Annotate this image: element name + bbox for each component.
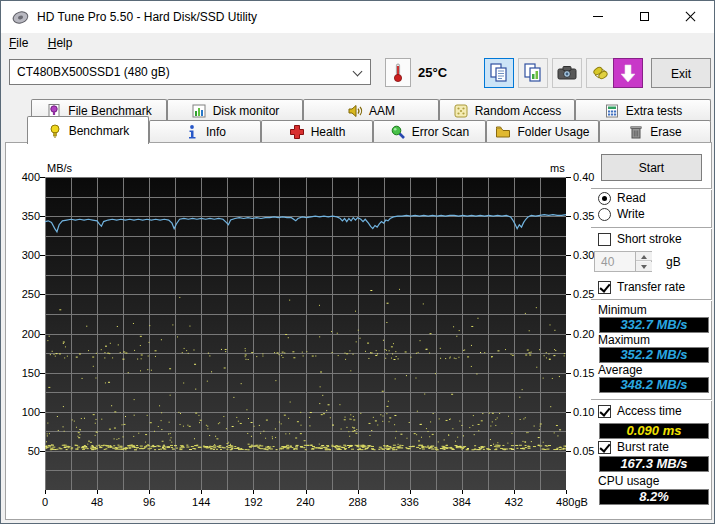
- y-left-tick-label: 200: [14, 328, 40, 340]
- tab-folder-usage[interactable]: Folder Usage: [486, 120, 599, 143]
- close-icon: [685, 11, 696, 22]
- write-radio[interactable]: Write: [598, 207, 645, 221]
- exit-button[interactable]: Exit: [651, 58, 711, 88]
- short-stroke-size-value: 40: [601, 255, 614, 269]
- tick: [566, 294, 571, 295]
- spinner-buttons: [635, 252, 651, 271]
- separator: [591, 188, 712, 190]
- spin-up-button[interactable]: [636, 252, 652, 261]
- tab-aam[interactable]: AAM: [303, 99, 439, 121]
- tick: [566, 177, 571, 178]
- tick: [149, 490, 150, 494]
- burst-rate-checkbox[interactable]: Burst rate: [598, 440, 669, 454]
- y-left-tick-label: 50: [14, 445, 40, 457]
- erase-icon: [628, 124, 644, 140]
- copy-icon: [488, 62, 510, 84]
- tab-benchmark[interactable]: Benchmark: [27, 116, 149, 144]
- copy-button[interactable]: [484, 58, 514, 88]
- spin-down-button[interactable]: [636, 262, 652, 271]
- checkbox-icon: [598, 281, 611, 294]
- temperature-button[interactable]: [385, 58, 411, 87]
- radio-icon: [598, 208, 611, 221]
- disk-monitor-icon: [191, 103, 207, 119]
- x-tick-label: 336: [390, 496, 430, 508]
- x-tick-label: 480gB: [546, 496, 598, 508]
- read-radio[interactable]: Read: [598, 191, 646, 205]
- tab-error-scan[interactable]: Error Scan: [373, 120, 486, 143]
- tick: [566, 451, 571, 452]
- x-tick-label: 0: [25, 496, 65, 508]
- minimize-button[interactable]: [575, 1, 621, 31]
- drive-select[interactable]: CT480BX500SSD1 (480 gB): [9, 59, 371, 85]
- x-tick-label: 432: [494, 496, 534, 508]
- aam-icon: [347, 103, 363, 119]
- burst-rate-value: 167.3 MB/s: [599, 456, 709, 472]
- toolbar: CT480BX500SSD1 (480 gB) 25°C: [1, 53, 714, 97]
- tab-info[interactable]: Info: [149, 120, 261, 143]
- y-left-tick-label: 150: [14, 367, 40, 379]
- download-button[interactable]: [613, 58, 643, 88]
- tab-label: AAM: [369, 104, 395, 118]
- average-value: 348.2 MB/s: [599, 377, 709, 393]
- tab-health[interactable]: Health: [261, 120, 373, 143]
- close-button[interactable]: [667, 1, 713, 31]
- tab-disk-monitor[interactable]: Disk monitor: [167, 99, 303, 121]
- cpu-usage-label: CPU usage: [598, 474, 659, 488]
- tick: [40, 177, 45, 178]
- tick: [40, 216, 45, 217]
- tab-label: Random Access: [475, 104, 562, 118]
- tick: [40, 255, 45, 256]
- info-icon: [184, 124, 200, 140]
- transfer-rate-checkbox[interactable]: Transfer rate: [598, 280, 685, 294]
- y-right-tick-label: 0.40: [573, 171, 594, 183]
- x-tick-label: 96: [129, 496, 169, 508]
- start-button[interactable]: Start: [601, 154, 702, 181]
- checkbox-icon: [598, 405, 611, 418]
- access-time-label: Access time: [617, 404, 682, 418]
- maximum-label: Maximum: [598, 333, 650, 347]
- maximize-button[interactable]: [621, 1, 667, 31]
- tick: [40, 412, 45, 413]
- cpu-usage-value: 8.2%: [599, 489, 709, 505]
- access-time-checkbox[interactable]: Access time: [598, 404, 682, 418]
- minimum-value: 332.7 MB/s: [599, 317, 709, 333]
- y-right-tick-label: 0.05: [573, 445, 594, 457]
- y-left-tick-label: 400: [14, 171, 40, 183]
- tab-extra-tests[interactable]: Extra tests: [575, 99, 711, 121]
- tick: [462, 490, 463, 494]
- screenshot-button[interactable]: [552, 58, 582, 88]
- window-title: HD Tune Pro 5.50 - Hard Disk/SSD Utility: [37, 10, 257, 24]
- copy-image-button[interactable]: [518, 58, 548, 88]
- camera-icon: [556, 62, 578, 84]
- y-left-tick-label: 250: [14, 288, 40, 300]
- left-axis-title: MB/s: [47, 162, 72, 174]
- tab-label: Erase: [650, 125, 681, 139]
- x-tick-label: 144: [181, 496, 221, 508]
- tick: [566, 412, 571, 413]
- access-time-value: 0.090 ms: [599, 423, 709, 439]
- tick: [40, 451, 45, 452]
- short-stroke-label: Short stroke: [617, 232, 682, 246]
- share-button[interactable]: [586, 58, 616, 88]
- tick: [566, 373, 571, 374]
- hands-icon: [590, 62, 612, 84]
- y-left-tick-label: 350: [14, 210, 40, 222]
- radio-icon: [598, 192, 611, 205]
- menu-help[interactable]: Help: [40, 33, 81, 50]
- tick: [410, 490, 411, 494]
- menu-file[interactable]: File: [1, 33, 36, 50]
- drive-select-value: CT480BX500SSD1 (480 gB): [17, 65, 170, 79]
- short-stroke-size-input[interactable]: 40: [594, 251, 652, 272]
- tab-random-access[interactable]: Random Access: [439, 99, 575, 121]
- tick: [566, 216, 571, 217]
- tab-label: Health: [311, 125, 346, 139]
- tick: [40, 373, 45, 374]
- tab-strip: File Benchmark Disk monitor AAM Random A…: [1, 97, 714, 143]
- tick: [566, 490, 567, 494]
- extra-tests-icon: [604, 103, 620, 119]
- tick: [566, 255, 571, 256]
- tab-erase[interactable]: Erase: [599, 120, 711, 143]
- short-stroke-checkbox[interactable]: Short stroke: [598, 232, 682, 246]
- checkbox-icon: [598, 233, 611, 246]
- write-label: Write: [617, 207, 645, 221]
